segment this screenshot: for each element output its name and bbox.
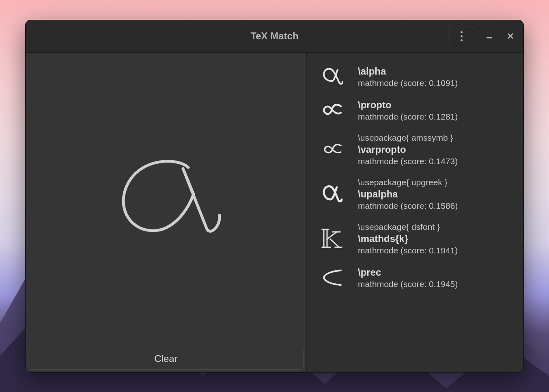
result-command: \varpropto bbox=[358, 144, 514, 155]
result-glyph bbox=[317, 101, 347, 119]
result-item[interactable]: \usepackage{ amssymb } \varpropto mathmo… bbox=[307, 127, 523, 172]
prec-icon bbox=[320, 268, 344, 287]
window-controls bbox=[450, 26, 515, 46]
result-glyph bbox=[317, 228, 347, 250]
svg-rect-0 bbox=[487, 37, 492, 39]
window-title: TeX Match bbox=[33, 30, 516, 42]
varpropto-icon bbox=[320, 141, 344, 159]
svg-line-7 bbox=[327, 232, 337, 239]
result-glyph bbox=[317, 268, 347, 287]
result-command: \prec bbox=[358, 267, 514, 278]
hamburger-menu-button[interactable] bbox=[450, 26, 473, 46]
svg-line-8 bbox=[330, 239, 339, 247]
result-mode: mathmode (score: 0.1473) bbox=[358, 156, 514, 166]
result-mode: mathmode (score: 0.1091) bbox=[358, 78, 514, 88]
result-mode: mathmode (score: 0.1586) bbox=[358, 201, 514, 211]
result-command: \upalpha bbox=[358, 189, 514, 200]
result-info: \propto mathmode (score: 0.1281) bbox=[358, 99, 514, 122]
result-info: \alpha mathmode (score: 0.1091) bbox=[358, 66, 514, 88]
result-mode: mathmode (score: 0.1945) bbox=[358, 279, 514, 289]
results-panel[interactable]: \alpha mathmode (score: 0.1091) \propto … bbox=[307, 53, 523, 372]
result-glyph bbox=[317, 66, 347, 87]
result-command: \alpha bbox=[358, 66, 514, 77]
titlebar: TeX Match bbox=[26, 20, 523, 53]
result-package: \usepackage{ upgreek } bbox=[358, 178, 514, 187]
result-mode: mathmode (score: 0.1941) bbox=[358, 246, 514, 255]
minimize-icon bbox=[486, 32, 493, 40]
drawing-canvas[interactable] bbox=[26, 53, 306, 345]
kebab-icon bbox=[461, 31, 463, 41]
result-info: \usepackage{ upgreek } \upalpha mathmode… bbox=[358, 178, 514, 211]
result-command: \mathds{k} bbox=[358, 233, 514, 244]
result-command: \propto bbox=[358, 99, 514, 111]
user-stroke bbox=[105, 154, 227, 244]
result-item[interactable]: \alpha mathmode (score: 0.1091) bbox=[307, 60, 523, 94]
result-glyph bbox=[317, 141, 347, 159]
upalpha-icon bbox=[320, 184, 344, 204]
result-info: \prec mathmode (score: 0.1945) bbox=[358, 267, 514, 289]
propto-icon bbox=[320, 101, 344, 119]
result-package: \usepackage{ amssymb } bbox=[358, 133, 514, 143]
close-button[interactable] bbox=[506, 31, 515, 41]
result-info: \usepackage{ amssymb } \varpropto mathmo… bbox=[358, 133, 514, 166]
result-item[interactable]: \prec mathmode (score: 0.1945) bbox=[307, 261, 523, 295]
result-item[interactable]: \propto mathmode (score: 0.1281) bbox=[307, 94, 523, 127]
app-window: TeX Match bbox=[25, 20, 524, 373]
result-mode: mathmode (score: 0.1281) bbox=[358, 112, 514, 122]
result-info: \usepackage{ dsfont } \mathds{k} mathmod… bbox=[358, 222, 514, 255]
drawing-panel: Clear bbox=[26, 53, 307, 372]
mathds-k-icon bbox=[321, 228, 343, 250]
result-package: \usepackage{ dsfont } bbox=[358, 222, 514, 232]
result-glyph bbox=[317, 184, 347, 204]
result-item[interactable]: \usepackage{ dsfont } \mathds{k} mathmod… bbox=[307, 216, 523, 261]
clear-button[interactable]: Clear bbox=[28, 348, 304, 370]
alpha-icon bbox=[320, 66, 344, 87]
minimize-button[interactable] bbox=[484, 31, 494, 41]
result-item[interactable]: \usepackage{ upgreek } \upalpha mathmode… bbox=[307, 172, 523, 216]
content-area: Clear \alpha mathmode (score: 0.1091) bbox=[26, 53, 523, 372]
close-icon bbox=[507, 32, 514, 40]
